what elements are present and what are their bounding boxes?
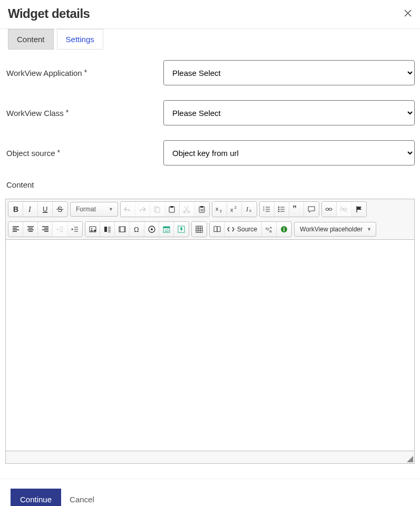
align-center-button[interactable] bbox=[23, 222, 38, 237]
strike-button[interactable]: S bbox=[53, 202, 67, 217]
row-app: WorkView Application* Please Select bbox=[5, 60, 415, 85]
remove-format-button[interactable]: Ix bbox=[242, 202, 257, 217]
copy-icon bbox=[153, 205, 161, 213]
quote-button[interactable]: ” bbox=[289, 202, 304, 217]
format-dropdown[interactable]: Format ▼ bbox=[70, 202, 118, 217]
info-button[interactable]: i bbox=[277, 222, 291, 237]
anchor-button[interactable] bbox=[351, 202, 366, 217]
svg-line-37 bbox=[340, 206, 347, 212]
bold-icon: B bbox=[12, 205, 20, 213]
translate-button[interactable]: ba bbox=[262, 222, 277, 237]
unordered-list-icon bbox=[277, 205, 286, 213]
italic-button[interactable]: I bbox=[23, 202, 38, 217]
flag-icon bbox=[355, 205, 363, 213]
svg-point-26 bbox=[278, 207, 280, 208]
close-icon bbox=[404, 9, 412, 17]
select-class[interactable]: Please Select bbox=[163, 100, 415, 125]
cut-icon bbox=[182, 205, 191, 213]
comment-button[interactable] bbox=[304, 202, 319, 217]
italic-icon: I bbox=[26, 205, 35, 213]
label-source-text: Object source bbox=[6, 149, 55, 158]
workview-placeholder-dropdown[interactable]: WorkView placeholder ▼ bbox=[294, 222, 376, 237]
align-right-icon bbox=[41, 225, 50, 233]
source-label: Source bbox=[237, 226, 257, 233]
select-source[interactable]: Object key from url bbox=[163, 140, 415, 166]
source-button[interactable]: Source bbox=[224, 222, 262, 237]
ordered-list-button[interactable]: 12 bbox=[260, 202, 275, 217]
dialog-title: Widget details bbox=[8, 6, 90, 21]
select-app[interactable]: Please Select bbox=[163, 60, 415, 85]
paste-word-icon: W bbox=[198, 205, 206, 213]
svg-point-27 bbox=[278, 209, 280, 210]
calendar-button[interactable]: 10 bbox=[159, 222, 174, 237]
align-left-button[interactable] bbox=[8, 222, 23, 237]
continue-button[interactable]: Continue bbox=[11, 489, 61, 506]
unlink-button[interactable] bbox=[337, 202, 351, 217]
form-area: WorkView Application* Please Select Work… bbox=[0, 50, 420, 469]
undo-icon bbox=[123, 205, 132, 213]
cut-button[interactable] bbox=[180, 202, 194, 217]
image-icon bbox=[89, 225, 97, 233]
tab-content[interactable]: Content bbox=[8, 29, 54, 50]
quote-icon: ” bbox=[292, 205, 300, 213]
source-icon bbox=[227, 225, 235, 233]
disc-button[interactable] bbox=[144, 222, 159, 237]
link-button[interactable] bbox=[322, 202, 337, 217]
content-label: Content bbox=[5, 180, 415, 189]
label-app: WorkView Application* bbox=[5, 69, 163, 77]
align-right-button[interactable] bbox=[38, 222, 53, 237]
svg-rect-34 bbox=[329, 208, 332, 210]
undo-button[interactable] bbox=[121, 202, 135, 217]
align-block-button[interactable] bbox=[100, 222, 115, 237]
link-icon bbox=[325, 205, 333, 213]
svg-text:U: U bbox=[43, 205, 47, 213]
subscript-button[interactable]: x2 bbox=[212, 202, 227, 217]
cancel-button[interactable]: Cancel bbox=[70, 495, 94, 504]
svg-rect-33 bbox=[326, 208, 329, 210]
unordered-list-button[interactable] bbox=[275, 202, 289, 217]
superscript-icon: x2 bbox=[230, 205, 238, 213]
rich-editor: B I U S Format ▼ W x2 x2 Ix bbox=[5, 199, 415, 464]
required-asterisk: * bbox=[66, 108, 69, 116]
superscript-button[interactable]: x2 bbox=[227, 202, 242, 217]
indent-button[interactable] bbox=[67, 222, 82, 237]
group-align bbox=[8, 221, 83, 237]
subscript-icon: x2 bbox=[215, 205, 223, 213]
table-button[interactable] bbox=[192, 222, 207, 237]
align-block-icon bbox=[103, 225, 112, 233]
group-source: Source ba i bbox=[209, 221, 292, 237]
video-button[interactable] bbox=[115, 222, 130, 237]
tab-settings[interactable]: Settings bbox=[57, 29, 103, 50]
svg-rect-13 bbox=[200, 206, 203, 208]
svg-text:B: B bbox=[13, 205, 18, 213]
svg-point-72 bbox=[124, 231, 125, 231]
copy-button[interactable] bbox=[150, 202, 165, 217]
svg-text:2: 2 bbox=[220, 209, 222, 213]
outdent-button[interactable] bbox=[53, 222, 67, 237]
editor-body[interactable] bbox=[6, 240, 414, 451]
chevron-down-icon: ▼ bbox=[367, 227, 372, 232]
flash-button[interactable] bbox=[174, 222, 189, 237]
close-button[interactable] bbox=[404, 8, 412, 20]
redo-button[interactable] bbox=[135, 202, 150, 217]
dialog-footer: Continue Cancel bbox=[0, 479, 420, 506]
svg-rect-59 bbox=[104, 227, 107, 232]
format-label: Format bbox=[76, 206, 96, 213]
label-class: WorkView Class* bbox=[5, 109, 163, 118]
paste-button[interactable] bbox=[165, 202, 180, 217]
row-class: WorkView Class* Please Select bbox=[5, 100, 415, 125]
special-char-button[interactable]: Ω bbox=[130, 222, 144, 237]
resize-handle[interactable] bbox=[407, 456, 413, 462]
label-app-text: WorkView Application bbox=[6, 69, 82, 77]
svg-point-71 bbox=[124, 229, 125, 230]
underline-button[interactable]: U bbox=[38, 202, 53, 217]
redo-icon bbox=[138, 205, 146, 213]
book-button[interactable] bbox=[210, 222, 224, 237]
label-source: Object source* bbox=[5, 149, 163, 158]
bold-button[interactable]: B bbox=[8, 202, 23, 217]
paste-word-button[interactable]: W bbox=[194, 202, 209, 217]
svg-point-70 bbox=[124, 228, 125, 228]
group-link bbox=[321, 201, 367, 217]
svg-rect-7 bbox=[156, 208, 160, 212]
image-button[interactable] bbox=[85, 222, 100, 237]
